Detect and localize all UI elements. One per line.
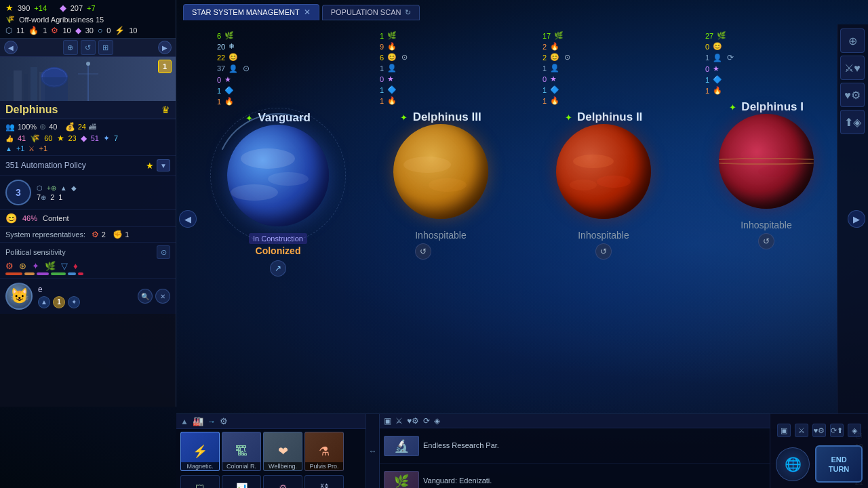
d2-s6-icon: 🔥: [550, 96, 559, 105]
tab-population-scan[interactable]: POPULATION SCAN ↻: [322, 5, 420, 20]
d2-stat-4: 0 ★: [542, 75, 557, 83]
d3-recall-btn[interactable]: ↺: [415, 243, 431, 260]
br-btn-2[interactable]: ⚔: [795, 424, 808, 437]
leader-close-btn[interactable]: ✕: [155, 289, 170, 304]
vanguard-stat-4: 0 ★: [217, 75, 231, 84]
planets-nav-right[interactable]: ▶: [848, 210, 865, 228]
queue-item-bigdata[interactable]: 📊 Big Data S.: [222, 475, 261, 488]
queue-item-chaingang[interactable]: ⛓ Chain Gan.: [304, 475, 344, 488]
nav-icon-2[interactable]: ↺: [81, 40, 96, 55]
upgrade-icon: ▲: [60, 184, 67, 192]
vanguard-stat-5: 1 🔷: [217, 86, 234, 95]
end-label: END: [831, 455, 846, 464]
leader-search-btn[interactable]: 🔍: [138, 289, 153, 304]
d1-stat-3: 0 ★: [705, 64, 719, 73]
credits-value: 390: [18, 4, 30, 12]
queue-expand-icon[interactable]: ▲: [180, 417, 189, 426]
v-btn-1[interactable]: ⊕: [840, 28, 865, 53]
qi-wellbeing-label: Wellbeing.: [264, 462, 302, 470]
governor-upgrade1: 2: [50, 193, 54, 201]
end-turn-button[interactable]: END TURN: [815, 445, 863, 483]
queue-item-impervio[interactable]: 🛡 Impervio.: [180, 475, 220, 488]
vanguard-s1-icon: ❄: [229, 42, 235, 51]
automation-policy-row: 351 Automation Policy ★ ▼: [0, 156, 176, 176]
planets-nav-left[interactable]: ◀: [179, 210, 197, 228]
pol-label: Political sensitivity: [5, 248, 66, 256]
delphinus1-name-row: ✦ Delphinus I: [692, 100, 841, 114]
vanguard-s5-icon: 🔷: [224, 86, 234, 95]
tab-close-star-system[interactable]: ✕: [304, 7, 311, 17]
leader-level-badge: 1: [53, 296, 65, 308]
stats-row-2: 👍41 🌾60 ★23 ◆51 ✦7: [5, 134, 170, 143]
v-btn-2[interactable]: ⚔♥: [840, 56, 865, 80]
delphinus1-sphere[interactable]: [719, 114, 814, 209]
nav-right-btn[interactable]: ▶: [158, 41, 172, 54]
svg-point-17: [597, 176, 631, 188]
queue-item-magnetic[interactable]: ⚡ Magnetic.: [180, 432, 220, 471]
food-val: 1: [43, 26, 47, 35]
delphinus1-stats-top: 27 🌿 0 😊 1 👤 ⟳ 0 ★ 1 🔷: [692, 31, 841, 95]
v-btn-4[interactable]: ⬆◈: [840, 110, 865, 134]
vanguard-manage-btn[interactable]: ↗: [270, 260, 286, 277]
vanguard-stat-3: 37 👤 ⊙: [217, 64, 250, 73]
queue-item-colonial[interactable]: 🏗 Colonial R.: [222, 432, 261, 471]
vanguard-s6-val: 1: [217, 98, 221, 106]
d1-inhospitable-label: Inhospitable: [741, 220, 792, 230]
svg-point-9: [86, 62, 90, 66]
br-btn-5[interactable]: ◈: [848, 424, 861, 437]
era-icon: ▲: [5, 145, 12, 152]
dust-icon2: ◆: [75, 26, 81, 35]
automation-star[interactable]: ★: [146, 161, 154, 171]
d3-s1-icon: 🔥: [387, 42, 397, 51]
militia-icon: ⚔: [28, 145, 35, 152]
d2-status: Inhospitable ↺: [578, 226, 629, 260]
tab-star-system[interactable]: STAR SYSTEM MANAGEMENT ✕: [183, 4, 319, 20]
pol-info-btn[interactable]: ⊙: [157, 245, 170, 259]
fist-rep-icon: ✊: [113, 230, 123, 239]
queue-item-pulvis[interactable]: ⚗ Pulvis Pro.: [304, 432, 344, 471]
d2-stat-6: 1 🔥: [542, 96, 559, 105]
v-btn-3[interactable]: ♥⚙: [840, 83, 865, 107]
d1-surface: [719, 114, 814, 209]
d1-s1-val: 0: [705, 43, 709, 51]
leader-up-icon: ▲: [38, 296, 50, 308]
nav-icon-3[interactable]: ⊞: [98, 40, 113, 55]
delphinus3-name: Delphinus III: [413, 110, 481, 123]
queue-item-fabricate[interactable]: ⚙ Fabricate.: [263, 475, 302, 488]
delphinus3-sphere[interactable]: [393, 124, 488, 219]
d2-recall-btn[interactable]: ↺: [595, 243, 612, 260]
d3-stat-0: 1 🌿: [380, 31, 397, 40]
food-icon2: 🌾: [30, 134, 40, 143]
d2-stat-2: 2 😊 ⊙: [542, 53, 570, 62]
tab-population-scan-label: POPULATION SCAN: [331, 8, 401, 16]
mini-map[interactable]: 🌐: [776, 447, 810, 481]
approval-val: 41: [18, 134, 26, 142]
queue-item-wellbeing[interactable]: ❤ Wellbeing.: [263, 432, 302, 471]
qi-pulvis-icon: ⚗: [319, 444, 330, 459]
fist-rep-val: 1: [125, 230, 129, 239]
d1-recall-btn[interactable]: ↺: [758, 233, 774, 249]
svg-point-15: [429, 178, 467, 192]
automation-dropdown[interactable]: ▼: [157, 159, 170, 171]
br-btn-1[interactable]: ▣: [777, 424, 791, 437]
happiness-icon: 😊: [5, 213, 17, 224]
queue-expand-vertical[interactable]: ↕: [368, 449, 378, 453]
governor-stats: 3 ⬡ +⊕ ▲ ◆ 7⊕ 2 1: [0, 176, 176, 210]
pol-icon-3: ✦: [32, 261, 39, 271]
br-btn-4[interactable]: ⟳⬆: [830, 424, 844, 437]
nav-left-btn[interactable]: ◀: [4, 41, 18, 54]
vanguard-sphere[interactable]: [227, 125, 329, 226]
delphinus2-sphere[interactable]: [556, 124, 651, 219]
br-btn-3[interactable]: ♥⚙: [812, 424, 826, 437]
vanguard-stat-1: 20 ❄: [217, 42, 235, 51]
nav-icon-1[interactable]: ⊕: [63, 40, 78, 55]
qi-chaingang-icon: ⛓: [319, 483, 329, 488]
delphinus3-wrapper: [393, 124, 488, 219]
vanguard-stat-0: 6 🌿: [217, 31, 234, 40]
d3-s4-icon: ★: [387, 75, 394, 83]
credits-delta: +14: [34, 4, 47, 12]
notif-icon-5: ◈: [434, 416, 440, 426]
vanguard-s4-val: 0: [217, 76, 221, 84]
d1-s5-icon: 🔥: [713, 86, 722, 95]
credits-val2: 23: [68, 134, 77, 142]
